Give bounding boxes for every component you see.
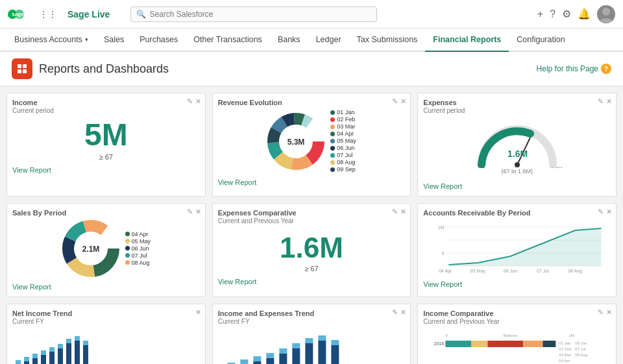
svg-rect-8 xyxy=(23,69,27,73)
nav-financial-reports[interactable]: Financial Reports xyxy=(425,29,509,52)
notifications-icon[interactable]: 🔔 xyxy=(578,8,591,20)
svg-point-3 xyxy=(602,8,610,16)
expenses-view-report[interactable]: View Report xyxy=(423,182,462,190)
svg-rect-54 xyxy=(66,343,71,364)
chevron-down-icon: ▾ xyxy=(85,36,88,43)
nav-business-accounts[interactable]: Business Accounts ▾ xyxy=(6,29,96,52)
help-icon[interactable]: ? xyxy=(550,8,556,20)
close-icon[interactable]: ✕ xyxy=(195,308,201,317)
edit-icon[interactable]: ✎ xyxy=(187,97,193,106)
edit-icon[interactable]: ✎ xyxy=(598,208,604,216)
nav-ledger[interactable]: Ledger xyxy=(308,29,349,52)
close-icon[interactable]: ✕ xyxy=(195,208,201,216)
sales-donut-chart: 2.1M 04 Apr 05 May 06 Jun 07 Jul 08 Aug xyxy=(12,219,200,278)
ic-bar-chart: 2016 0 Balance 1M 01 Jan 02 Feb 03 Mar 0… xyxy=(423,329,611,364)
edit-icon[interactable]: ✎ xyxy=(392,308,398,317)
svg-text:06 Jun: 06 Jun xyxy=(576,341,587,345)
svg-rect-55 xyxy=(66,339,71,343)
nav-configuration[interactable]: Configuration xyxy=(509,29,572,52)
widget-income-subtitle: Current period xyxy=(12,107,200,114)
user-avatar[interactable] xyxy=(597,5,615,23)
svg-text:2.1M: 2.1M xyxy=(82,245,99,254)
svg-text:1M: 1M xyxy=(438,225,445,230)
income-view-report[interactable]: View Report xyxy=(12,166,51,174)
sales-legend: 04 Apr 05 May 06 Jun 07 Jul 08 Aug xyxy=(125,231,151,267)
widget-exp-comp-actions[interactable]: ✎ ✕ xyxy=(392,208,406,216)
svg-rect-82 xyxy=(305,343,313,364)
close-icon[interactable]: ✕ xyxy=(606,208,612,216)
exp-comp-sub: ≥ 67 xyxy=(218,265,406,273)
svg-rect-101 xyxy=(524,341,543,347)
nav-banks[interactable]: Banks xyxy=(270,29,308,52)
svg-rect-5 xyxy=(18,64,21,68)
grid-icon[interactable]: ⋮⋮ xyxy=(39,9,57,19)
nav-other-transactions[interactable]: Other Transactions xyxy=(186,29,270,52)
ar-line-chart: Sum of Bal YTD Balance 04 Apr 05 May 06 … xyxy=(423,221,611,276)
svg-text:Balance: Balance xyxy=(504,334,518,337)
edit-icon[interactable]: ✎ xyxy=(598,308,604,317)
close-icon[interactable]: ✕ xyxy=(400,308,406,317)
ar-view-report[interactable]: View Report xyxy=(423,280,462,288)
widget-ar-actions[interactable]: ✎ ✕ xyxy=(598,208,612,216)
svg-rect-49 xyxy=(41,350,46,355)
widget-iet-actions[interactable]: ✎ ✕ xyxy=(392,308,406,317)
expenses-sub: (67 to 1.6M) xyxy=(501,168,533,175)
widget-revenue-actions[interactable]: ✎ ✕ xyxy=(392,97,406,106)
svg-text:0: 0 xyxy=(477,165,480,168)
exp-comp-view-report[interactable]: View Report xyxy=(218,278,257,285)
app-name: Sage Live xyxy=(67,9,110,19)
widget-ic-actions[interactable]: ✎ ✕ xyxy=(598,308,612,317)
svg-rect-77 xyxy=(266,353,274,358)
widget-nit-actions[interactable]: ✕ xyxy=(195,308,201,317)
widget-expenses-actions[interactable]: ✎ ✕ xyxy=(598,97,612,106)
svg-rect-83 xyxy=(305,338,313,343)
nav-purchases[interactable]: Purchases xyxy=(132,29,186,52)
settings-icon[interactable]: ⚙ xyxy=(562,8,571,20)
sage-logo[interactable]: sage xyxy=(8,7,31,21)
svg-rect-84 xyxy=(318,341,326,364)
widget-sales-actions[interactable]: ✎ ✕ xyxy=(187,208,201,216)
svg-text:07 Jul: 07 Jul xyxy=(576,347,586,351)
svg-rect-47 xyxy=(32,354,38,358)
svg-rect-87 xyxy=(331,340,339,345)
expenses-subtitle: Current period xyxy=(423,107,611,114)
edit-icon[interactable]: ✎ xyxy=(392,208,398,216)
top-actions: + ? ⚙ 🔔 xyxy=(537,5,615,23)
svg-text:1.6M: 1.6M xyxy=(507,149,528,159)
widget-income: Income Current period ✎ ✕ 5M ≥ 67 View R… xyxy=(6,93,206,197)
edit-icon[interactable]: ✎ xyxy=(392,97,398,106)
close-icon[interactable]: ✕ xyxy=(400,97,406,106)
close-icon[interactable]: ✕ xyxy=(195,97,201,106)
edit-icon[interactable]: ✎ xyxy=(187,208,193,216)
edit-icon[interactable]: ✎ xyxy=(598,97,604,106)
ar-chart: Sum of Bal YTD Balance 04 Apr 05 May 06 … xyxy=(423,221,611,278)
svg-rect-102 xyxy=(543,341,556,347)
help-link[interactable]: Help for this Page ? xyxy=(537,64,611,74)
nav-bar: Business Accounts ▾ Sales Purchases Othe… xyxy=(0,29,623,52)
sales-view-report[interactable]: View Report xyxy=(12,283,51,291)
svg-rect-44 xyxy=(24,361,29,364)
ic-title: Income Comparative xyxy=(423,309,611,317)
svg-rect-78 xyxy=(279,354,287,364)
close-icon[interactable]: ✕ xyxy=(606,97,612,106)
nav-tax-submissions[interactable]: Tax Submissions xyxy=(349,29,426,52)
search-input[interactable] xyxy=(149,10,371,19)
svg-text:08 Aug: 08 Aug xyxy=(568,269,583,274)
nit-chart: 01 Jan 02 Feb 03 Mar 04 Apr 05 May 06 Ju… xyxy=(12,329,200,364)
revenue-view-report[interactable]: View Report xyxy=(218,178,257,186)
svg-text:02 Feb: 02 Feb xyxy=(559,347,572,351)
svg-rect-86 xyxy=(331,345,339,364)
svg-text:1M: 1M xyxy=(569,334,574,337)
revenue-legend: 01 Jan 02 Feb 03 Mar 04 Apr 05 May 06 Ju… xyxy=(330,109,356,173)
add-icon[interactable]: + xyxy=(537,8,543,20)
svg-text:03 Mar: 03 Mar xyxy=(559,353,572,357)
search-bar[interactable]: 🔍 xyxy=(130,6,377,22)
svg-rect-75 xyxy=(253,356,261,361)
svg-text:04 Apr: 04 Apr xyxy=(559,359,570,363)
close-icon[interactable]: ✕ xyxy=(606,308,612,317)
widget-income-actions[interactable]: ✎ ✕ xyxy=(187,97,201,106)
sales-donut-svg: 2.1M xyxy=(62,219,120,278)
nav-sales[interactable]: Sales xyxy=(96,29,132,52)
close-icon[interactable]: ✕ xyxy=(400,208,406,216)
svg-rect-74 xyxy=(253,361,261,364)
